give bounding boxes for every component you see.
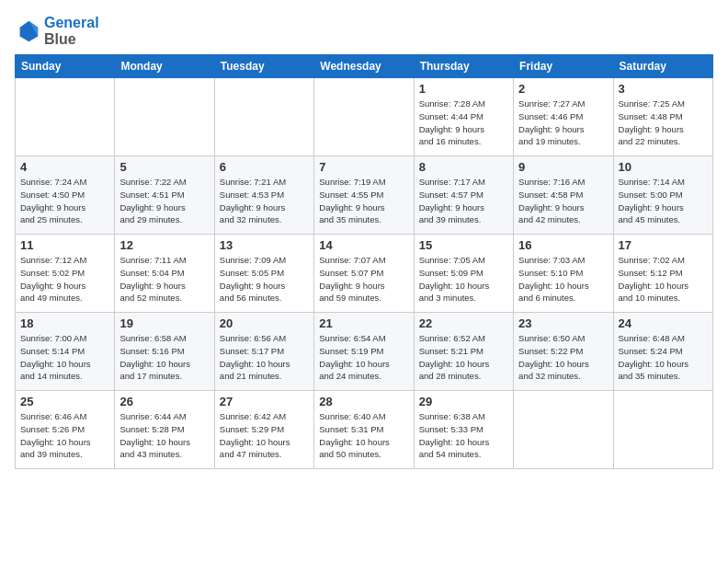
calendar-cell: 19Sunrise: 6:58 AM Sunset: 5:16 PM Dayli… (115, 313, 214, 391)
day-info: Sunrise: 7:24 AM Sunset: 4:50 PM Dayligh… (20, 176, 109, 226)
calendar-week-row: 4Sunrise: 7:24 AM Sunset: 4:50 PM Daylig… (16, 156, 713, 235)
logo-icon (15, 18, 40, 44)
day-number: 29 (419, 395, 508, 408)
day-info: Sunrise: 6:38 AM Sunset: 5:33 PM Dayligh… (419, 410, 508, 461)
calendar-week-row: 18Sunrise: 7:00 AM Sunset: 5:14 PM Dayli… (16, 313, 713, 391)
day-number: 5 (119, 160, 209, 174)
calendar-cell: 28Sunrise: 6:40 AM Sunset: 5:31 PM Dayli… (314, 391, 414, 469)
calendar-cell: 7Sunrise: 7:19 AM Sunset: 4:55 PM Daylig… (314, 156, 414, 235)
day-info: Sunrise: 7:09 AM Sunset: 5:05 PM Dayligh… (220, 254, 309, 304)
calendar-cell (613, 391, 712, 469)
calendar-cell: 2Sunrise: 7:27 AM Sunset: 4:46 PM Daylig… (514, 78, 613, 156)
day-number: 4 (20, 160, 109, 174)
day-info: Sunrise: 6:42 AM Sunset: 5:29 PM Dayligh… (220, 410, 309, 461)
calendar-cell: 27Sunrise: 6:42 AM Sunset: 5:29 PM Dayli… (214, 391, 313, 469)
weekday-header: Sunday (16, 55, 115, 78)
calendar-cell: 10Sunrise: 7:14 AM Sunset: 5:00 PM Dayli… (613, 156, 712, 235)
day-number: 26 (119, 395, 209, 408)
day-number: 28 (319, 395, 408, 408)
day-number: 25 (20, 395, 109, 408)
day-number: 16 (518, 238, 608, 252)
weekday-row: SundayMondayTuesdayWednesdayThursdayFrid… (16, 55, 713, 78)
logo: General Blue (15, 15, 99, 47)
calendar-cell: 26Sunrise: 6:44 AM Sunset: 5:28 PM Dayli… (115, 391, 214, 469)
calendar-cell: 18Sunrise: 7:00 AM Sunset: 5:14 PM Dayli… (16, 313, 115, 391)
calendar-table: SundayMondayTuesdayWednesdayThursdayFrid… (15, 54, 713, 469)
day-number: 9 (518, 160, 608, 174)
day-info: Sunrise: 7:22 AM Sunset: 4:51 PM Dayligh… (119, 176, 209, 226)
day-info: Sunrise: 7:11 AM Sunset: 5:04 PM Dayligh… (119, 254, 209, 304)
day-number: 3 (619, 82, 708, 96)
day-number: 12 (119, 238, 209, 252)
day-number: 7 (319, 160, 408, 174)
calendar-cell (514, 391, 613, 469)
calendar-cell: 5Sunrise: 7:22 AM Sunset: 4:51 PM Daylig… (115, 156, 214, 235)
calendar-cell: 1Sunrise: 7:28 AM Sunset: 4:44 PM Daylig… (414, 78, 513, 156)
logo-text: General Blue (44, 15, 99, 47)
day-number: 8 (419, 160, 508, 174)
day-info: Sunrise: 7:12 AM Sunset: 5:02 PM Dayligh… (20, 254, 109, 304)
day-number: 2 (518, 82, 608, 96)
calendar-cell: 13Sunrise: 7:09 AM Sunset: 5:05 PM Dayli… (214, 235, 313, 313)
day-number: 10 (619, 160, 708, 174)
day-info: Sunrise: 7:27 AM Sunset: 4:46 PM Dayligh… (518, 98, 608, 148)
day-info: Sunrise: 7:16 AM Sunset: 4:58 PM Dayligh… (518, 176, 608, 226)
day-number: 22 (419, 316, 508, 330)
calendar-cell: 23Sunrise: 6:50 AM Sunset: 5:22 PM Dayli… (514, 313, 613, 391)
page-header: General Blue (15, 15, 713, 47)
calendar-cell: 12Sunrise: 7:11 AM Sunset: 5:04 PM Dayli… (115, 235, 214, 313)
weekday-header: Thursday (414, 55, 513, 78)
day-number: 14 (319, 238, 408, 252)
calendar-week-row: 11Sunrise: 7:12 AM Sunset: 5:02 PM Dayli… (16, 235, 713, 313)
calendar-cell: 11Sunrise: 7:12 AM Sunset: 5:02 PM Dayli… (16, 235, 115, 313)
day-number: 19 (119, 316, 209, 330)
weekday-header: Saturday (613, 55, 712, 78)
day-info: Sunrise: 6:56 AM Sunset: 5:17 PM Dayligh… (220, 332, 309, 383)
calendar-cell (115, 78, 214, 156)
day-number: 11 (20, 238, 109, 252)
calendar-week-row: 25Sunrise: 6:46 AM Sunset: 5:26 PM Dayli… (16, 391, 713, 469)
calendar-cell: 22Sunrise: 6:52 AM Sunset: 5:21 PM Dayli… (414, 313, 513, 391)
day-info: Sunrise: 6:40 AM Sunset: 5:31 PM Dayligh… (319, 410, 408, 461)
calendar-cell: 24Sunrise: 6:48 AM Sunset: 5:24 PM Dayli… (613, 313, 712, 391)
calendar-cell: 14Sunrise: 7:07 AM Sunset: 5:07 PM Dayli… (314, 235, 414, 313)
calendar-cell (314, 78, 414, 156)
calendar-cell: 3Sunrise: 7:25 AM Sunset: 4:48 PM Daylig… (613, 78, 712, 156)
calendar-cell: 21Sunrise: 6:54 AM Sunset: 5:19 PM Dayli… (314, 313, 414, 391)
calendar-cell: 20Sunrise: 6:56 AM Sunset: 5:17 PM Dayli… (214, 313, 313, 391)
day-number: 18 (20, 316, 109, 330)
calendar-cell (16, 78, 115, 156)
day-info: Sunrise: 6:48 AM Sunset: 5:24 PM Dayligh… (619, 332, 708, 383)
weekday-header: Monday (115, 55, 214, 78)
calendar-cell: 25Sunrise: 6:46 AM Sunset: 5:26 PM Dayli… (16, 391, 115, 469)
day-info: Sunrise: 7:00 AM Sunset: 5:14 PM Dayligh… (20, 332, 109, 383)
day-info: Sunrise: 7:05 AM Sunset: 5:09 PM Dayligh… (419, 254, 508, 304)
day-number: 23 (518, 316, 608, 330)
day-info: Sunrise: 7:19 AM Sunset: 4:55 PM Dayligh… (319, 176, 408, 226)
calendar-header: SundayMondayTuesdayWednesdayThursdayFrid… (16, 55, 713, 78)
day-number: 13 (220, 238, 309, 252)
day-info: Sunrise: 7:07 AM Sunset: 5:07 PM Dayligh… (319, 254, 408, 304)
day-number: 17 (619, 238, 708, 252)
weekday-header: Wednesday (314, 55, 414, 78)
calendar-cell: 8Sunrise: 7:17 AM Sunset: 4:57 PM Daylig… (414, 156, 513, 235)
day-info: Sunrise: 6:46 AM Sunset: 5:26 PM Dayligh… (20, 410, 109, 461)
day-number: 24 (619, 316, 708, 330)
day-info: Sunrise: 7:03 AM Sunset: 5:10 PM Dayligh… (518, 254, 608, 304)
day-info: Sunrise: 7:25 AM Sunset: 4:48 PM Dayligh… (619, 98, 708, 148)
day-number: 15 (419, 238, 508, 252)
day-info: Sunrise: 7:14 AM Sunset: 5:00 PM Dayligh… (619, 176, 708, 226)
calendar-cell: 29Sunrise: 6:38 AM Sunset: 5:33 PM Dayli… (414, 391, 513, 469)
day-number: 20 (220, 316, 309, 330)
day-info: Sunrise: 7:21 AM Sunset: 4:53 PM Dayligh… (220, 176, 309, 226)
weekday-header: Tuesday (214, 55, 313, 78)
day-number: 1 (419, 82, 508, 96)
day-info: Sunrise: 6:44 AM Sunset: 5:28 PM Dayligh… (119, 410, 209, 461)
weekday-header: Friday (514, 55, 613, 78)
day-info: Sunrise: 7:17 AM Sunset: 4:57 PM Dayligh… (419, 176, 508, 226)
calendar-cell: 16Sunrise: 7:03 AM Sunset: 5:10 PM Dayli… (514, 235, 613, 313)
calendar-cell: 4Sunrise: 7:24 AM Sunset: 4:50 PM Daylig… (16, 156, 115, 235)
day-info: Sunrise: 7:28 AM Sunset: 4:44 PM Dayligh… (419, 98, 508, 148)
calendar-week-row: 1Sunrise: 7:28 AM Sunset: 4:44 PM Daylig… (16, 78, 713, 156)
calendar-cell (214, 78, 313, 156)
